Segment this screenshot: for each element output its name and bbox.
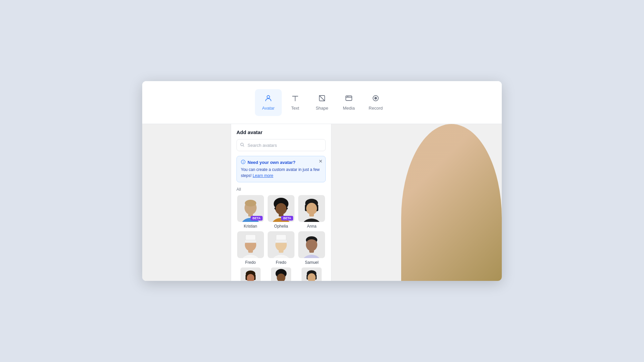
tab-avatar-label: Avatar (262, 106, 274, 111)
content-area: Add avatar (142, 124, 502, 281)
avatar-name-samuel: Samuel (305, 260, 319, 265)
toolbar: Avatar Text Shape (142, 81, 502, 124)
info-banner: Need your own avatar? You can create a c… (236, 156, 326, 182)
avatar-item-anna[interactable]: Anna (298, 195, 326, 229)
search-icon (240, 142, 245, 148)
avatar-item-maya[interactable]: Maya (267, 267, 295, 281)
text-icon (291, 94, 299, 104)
search-input[interactable] (236, 139, 326, 151)
svg-point-50 (307, 239, 317, 246)
media-icon (345, 94, 353, 104)
svg-point-7 (375, 97, 377, 99)
avatar-img-fredo2 (268, 231, 294, 258)
beta-badge-ophelia: Beta (281, 216, 293, 221)
banner-body: You can create a custom avatar in just a… (241, 167, 321, 179)
banner-title: Need your own avatar? (248, 160, 296, 165)
tab-record[interactable]: Record (362, 89, 389, 116)
tab-avatar[interactable]: Avatar (255, 89, 282, 116)
avatar-img-isabel (237, 267, 264, 281)
avatar-grid: Beta Kristian (236, 195, 326, 281)
background-avatar (401, 124, 502, 281)
banner-header: Need your own avatar? (241, 160, 321, 165)
avatar-item-isabel[interactable]: Isabel (236, 267, 264, 281)
avatar-img-ophelia: Beta (268, 195, 294, 222)
learn-more-link[interactable]: Learn more (253, 173, 273, 178)
avatar-item-kristian[interactable]: Beta Kristian (236, 195, 264, 229)
svg-rect-43 (276, 235, 286, 241)
svg-line-9 (243, 145, 244, 146)
app-window: Avatar Text Shape (142, 81, 502, 281)
avatar-item-fredo2[interactable]: Fredo (267, 231, 295, 265)
panel-title: Add avatar (236, 129, 326, 135)
avatar-img-fredo1 (237, 231, 264, 258)
tab-shape-label: Shape (316, 106, 328, 111)
avatar-item-elena[interactable]: Elena (298, 267, 326, 281)
shape-icon (318, 94, 326, 104)
tab-text-label: Text (291, 106, 299, 111)
avatar-name-fredo1: Fredo (245, 260, 256, 265)
beta-badge-kristian: Beta (251, 216, 263, 221)
avatar-name-kristian: Kristian (244, 224, 257, 229)
avatar-name-fredo2: Fredo (276, 260, 286, 265)
avatar-item-fredo1[interactable]: Fredo (236, 231, 264, 265)
avatar-name-ophelia: Ophelia (274, 224, 288, 229)
info-icon (241, 160, 246, 165)
record-icon (372, 94, 380, 104)
search-wrapper (236, 139, 326, 151)
avatar-img-kristian: Beta (237, 195, 264, 222)
svg-point-24 (276, 203, 286, 214)
tab-record-label: Record (369, 106, 383, 111)
svg-point-32 (306, 203, 317, 214)
avatar-item-samuel[interactable]: Samuel (298, 231, 326, 265)
avatar-name-anna: Anna (307, 224, 316, 229)
svg-rect-44 (275, 240, 287, 243)
avatar-panel: Add avatar (231, 124, 331, 281)
avatar-img-samuel (298, 231, 325, 258)
svg-point-17 (245, 200, 256, 206)
section-label: All (236, 187, 326, 192)
tab-media[interactable]: Media (335, 89, 362, 116)
avatar-img-maya (268, 267, 294, 281)
svg-point-0 (267, 96, 270, 98)
avatar-item-ophelia[interactable]: Beta Ophelia (267, 195, 295, 229)
tab-media-label: Media (343, 106, 355, 111)
tab-shape[interactable]: Shape (309, 89, 335, 116)
banner-close-button[interactable]: ✕ (319, 159, 323, 164)
avatar-img-anna (298, 195, 325, 222)
avatar-icon (264, 94, 272, 104)
tab-text[interactable]: Text (282, 89, 309, 116)
svg-rect-4 (346, 96, 352, 101)
svg-rect-38 (245, 240, 257, 243)
svg-rect-37 (246, 235, 256, 241)
avatar-img-elena (298, 267, 325, 281)
